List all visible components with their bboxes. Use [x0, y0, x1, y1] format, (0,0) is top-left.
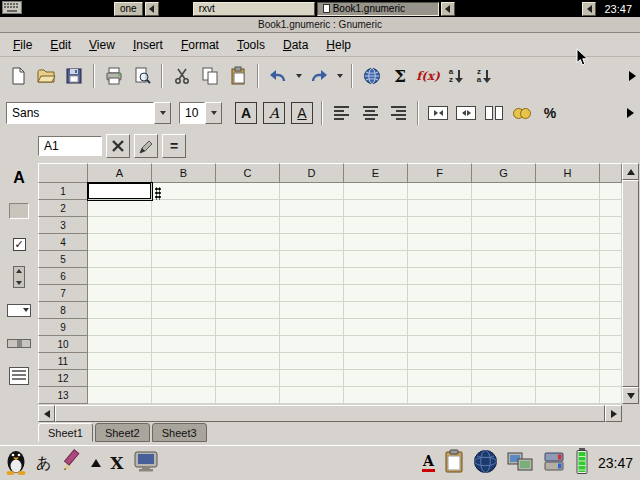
- sort-descending-button[interactable]: za: [470, 62, 498, 90]
- frame-tool-button[interactable]: [5, 198, 33, 224]
- cell-H2[interactable]: [536, 200, 600, 217]
- cell-G7[interactable]: [472, 285, 536, 302]
- cell-A9[interactable]: [88, 319, 152, 336]
- row-header-12[interactable]: 12: [38, 370, 88, 387]
- cell-C7[interactable]: [216, 285, 280, 302]
- align-left-button[interactable]: [328, 99, 356, 127]
- cell-G1[interactable]: [472, 183, 536, 200]
- cell-E3[interactable]: [344, 217, 408, 234]
- cell-B7[interactable]: [152, 285, 216, 302]
- cell-A8[interactable]: [88, 302, 152, 319]
- accept-button[interactable]: [134, 134, 158, 158]
- format-money-button[interactable]: [508, 99, 536, 127]
- cell-H11[interactable]: [536, 353, 600, 370]
- row-header-4[interactable]: 4: [38, 234, 88, 251]
- horizontal-scrollbar[interactable]: [38, 405, 622, 422]
- cell-D12[interactable]: [280, 370, 344, 387]
- cell-B13[interactable]: [152, 387, 216, 404]
- redo-button[interactable]: [305, 62, 333, 90]
- cell-F8[interactable]: [408, 302, 472, 319]
- checkbox-tool-button[interactable]: ✓: [5, 231, 33, 257]
- listbox-tool-button[interactable]: [5, 363, 33, 389]
- font-name-combo[interactable]: Sans: [6, 102, 171, 124]
- cell-C4[interactable]: [216, 234, 280, 251]
- scroll-up-button[interactable]: [622, 163, 639, 180]
- cell-A1[interactable]: [88, 183, 152, 200]
- cell-C12[interactable]: [216, 370, 280, 387]
- undo-button[interactable]: [264, 62, 292, 90]
- cell-A12[interactable]: [88, 370, 152, 387]
- row-header-8[interactable]: 8: [38, 302, 88, 319]
- cell-G12[interactable]: [472, 370, 536, 387]
- cell-B2[interactable]: [152, 200, 216, 217]
- italic-button[interactable]: A: [260, 99, 288, 127]
- undo-dropdown-button[interactable]: [292, 62, 305, 90]
- cell-D7[interactable]: [280, 285, 344, 302]
- font-size-dropdown-button[interactable]: [205, 102, 222, 124]
- cell-G2[interactable]: [472, 200, 536, 217]
- cell-H1[interactable]: [536, 183, 600, 200]
- align-center-button[interactable]: [356, 99, 384, 127]
- font-size-value[interactable]: 10: [179, 102, 205, 124]
- cell-F5[interactable]: [408, 251, 472, 268]
- cell-E2[interactable]: [344, 200, 408, 217]
- cell-C1[interactable]: [216, 183, 280, 200]
- format-percent-button[interactable]: %: [536, 99, 564, 127]
- vertical-scrollbar[interactable]: [622, 163, 639, 404]
- open-button[interactable]: [32, 62, 60, 90]
- cell-A5[interactable]: [88, 251, 152, 268]
- row-header-13[interactable]: 13: [38, 387, 88, 404]
- cell-F4[interactable]: [408, 234, 472, 251]
- cell-G9[interactable]: [472, 319, 536, 336]
- combobox-tool-button[interactable]: [5, 297, 33, 323]
- display-icon[interactable]: [133, 450, 159, 477]
- cell-G8[interactable]: [472, 302, 536, 319]
- cell-D5[interactable]: [280, 251, 344, 268]
- bottom-clock[interactable]: 23:47: [598, 455, 635, 471]
- cell-C13[interactable]: [216, 387, 280, 404]
- print-button[interactable]: [100, 62, 128, 90]
- menu-help[interactable]: Help: [317, 35, 360, 55]
- column-header-G[interactable]: G: [472, 163, 536, 183]
- cell-C3[interactable]: [216, 217, 280, 234]
- cell-C10[interactable]: [216, 336, 280, 353]
- column-header-D[interactable]: D: [280, 163, 344, 183]
- battery-icon[interactable]: [575, 447, 589, 479]
- column-header-H[interactable]: H: [536, 163, 600, 183]
- cell-F2[interactable]: [408, 200, 472, 217]
- cell-A13[interactable]: [88, 387, 152, 404]
- input-method-icon[interactable]: あ: [36, 454, 51, 473]
- task-gnumeric[interactable]: Book1.gnumeric: [317, 2, 439, 16]
- cell-B6[interactable]: [152, 268, 216, 285]
- cell-F11[interactable]: [408, 353, 472, 370]
- cell-B8[interactable]: [152, 302, 216, 319]
- cell-C5[interactable]: [216, 251, 280, 268]
- cell-E9[interactable]: [344, 319, 408, 336]
- cell-E8[interactable]: [344, 302, 408, 319]
- cell-H7[interactable]: [536, 285, 600, 302]
- cell-F1[interactable]: [408, 183, 472, 200]
- menu-format[interactable]: Format: [172, 35, 228, 55]
- cell-F9[interactable]: [408, 319, 472, 336]
- cell-F12[interactable]: [408, 370, 472, 387]
- cell-B9[interactable]: [152, 319, 216, 336]
- cell-E13[interactable]: [344, 387, 408, 404]
- cell-H8[interactable]: [536, 302, 600, 319]
- save-button[interactable]: [60, 62, 88, 90]
- cell-F3[interactable]: [408, 217, 472, 234]
- insert-function-button[interactable]: f(x): [414, 62, 442, 90]
- menu-view[interactable]: View: [80, 35, 124, 55]
- cell-D6[interactable]: [280, 268, 344, 285]
- scroll-down-button[interactable]: [622, 387, 639, 404]
- cell-D3[interactable]: [280, 217, 344, 234]
- cell-B10[interactable]: [152, 336, 216, 353]
- tux-icon[interactable]: [5, 447, 27, 479]
- cancel-button[interactable]: [106, 134, 130, 158]
- font-name-dropdown-button[interactable]: [154, 102, 171, 124]
- globe-icon[interactable]: [473, 449, 498, 478]
- row-header-7[interactable]: 7: [38, 285, 88, 302]
- cell-A6[interactable]: [88, 268, 152, 285]
- spinbutton-tool-button[interactable]: [5, 264, 33, 290]
- cell-A4[interactable]: [88, 234, 152, 251]
- tab-sheet1[interactable]: Sheet1: [38, 423, 93, 442]
